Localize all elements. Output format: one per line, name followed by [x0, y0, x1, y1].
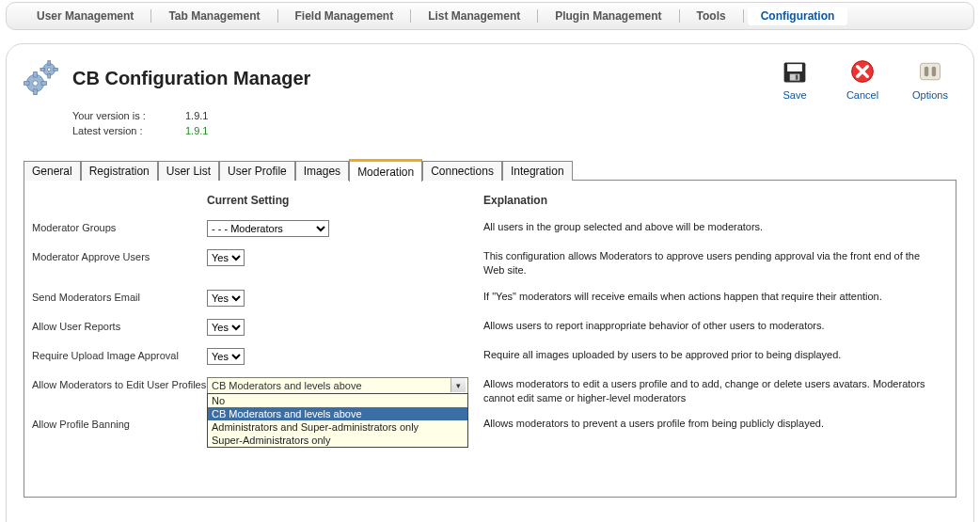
nav-separator [410, 9, 411, 23]
expl-send-email: If "Yes" moderators will receive emails … [483, 290, 939, 304]
select-moderator-approve[interactable]: Yes [207, 249, 245, 266]
label-allow-ban: Allow Profile Banning [32, 417, 207, 430]
control-require-upload: Yes [207, 348, 483, 365]
select-send-email[interactable]: Yes [207, 290, 245, 307]
nav-link[interactable]: List Management [415, 7, 533, 25]
svg-rect-2 [34, 72, 38, 78]
nav-plugin-management[interactable]: Plugin Management [542, 7, 674, 25]
tab-user-list[interactable]: User List [158, 161, 219, 181]
tab-strip: General Registration User List User Prof… [24, 158, 960, 181]
nav-link[interactable]: Tab Management [155, 7, 273, 25]
version-your-value: 1.9.1 [185, 110, 242, 121]
version-latest: Latest version : 1.9.1 [72, 125, 960, 136]
svg-rect-11 [54, 68, 58, 71]
select-allow-edit-display[interactable]: CB Moderators and levels above ▾ [207, 377, 468, 394]
version-block: Your version is : 1.9.1 Latest version :… [72, 110, 960, 136]
tab-user-profile[interactable]: User Profile [219, 161, 295, 181]
select-allow-edit-list: No CB Moderators and levels above Admini… [207, 393, 468, 448]
option-no[interactable]: No [208, 394, 467, 407]
nav-link[interactable]: User Management [24, 7, 147, 25]
col-setting: Current Setting [207, 194, 483, 207]
tab-registration[interactable]: Registration [81, 161, 158, 181]
cancel-label: Cancel [846, 89, 878, 101]
option-admins[interactable]: Administrators and Super-administrators … [208, 420, 467, 434]
label-require-upload: Require Upload Image Approval [32, 348, 207, 361]
svg-rect-8 [48, 61, 51, 66]
topnav-list: User Management Tab Management Field Man… [14, 7, 966, 25]
version-latest-value: 1.9.1 [185, 125, 242, 136]
tab-integration[interactable]: Integration [502, 161, 573, 181]
svg-rect-3 [34, 89, 38, 95]
select-require-upload[interactable]: Yes [207, 348, 245, 365]
svg-rect-19 [925, 67, 928, 77]
col-spacer [32, 194, 207, 207]
save-label: Save [782, 89, 806, 101]
options-label: Options [912, 89, 948, 101]
svg-rect-18 [921, 63, 940, 80]
select-moderator-groups[interactable]: - - - Moderators [207, 220, 329, 237]
label-send-email: Send Moderators Email [32, 290, 207, 303]
expl-moderator-approve: This configuration allows Moderators to … [483, 249, 939, 277]
floppy-icon [781, 57, 809, 86]
save-button[interactable]: Save [772, 57, 817, 101]
nav-link[interactable]: Plugin Management [542, 7, 674, 25]
tab-images[interactable]: Images [295, 161, 349, 181]
expl-moderator-groups: All users in the group selected and abov… [483, 220, 939, 234]
row-send-email: Send Moderators Email Yes If "Yes" moder… [32, 290, 939, 307]
nav-link[interactable]: Configuration [748, 7, 848, 25]
nav-list-management[interactable]: List Management [415, 7, 533, 25]
chevron-down-icon[interactable]: ▾ [450, 378, 466, 392]
nav-separator [277, 9, 278, 23]
cancel-icon [848, 57, 877, 86]
select-allow-edit[interactable]: CB Moderators and levels above ▾ No CB M… [207, 377, 468, 394]
control-moderator-groups: - - - Moderators [207, 220, 483, 237]
svg-rect-13 [787, 64, 802, 71]
select-allow-edit-value: CB Moderators and levels above [212, 380, 362, 391]
nav-tools[interactable]: Tools [684, 7, 739, 25]
nav-link[interactable]: Tools [684, 7, 739, 25]
cancel-button[interactable]: Cancel [840, 57, 885, 101]
row-moderator-groups: Moderator Groups - - - Moderators All us… [32, 220, 939, 237]
option-super-admins[interactable]: Super-Administrators only [208, 434, 467, 447]
top-navigation: User Management Tab Management Field Man… [6, 2, 974, 30]
options-button[interactable]: Options [908, 57, 953, 101]
nav-separator [150, 9, 151, 23]
svg-rect-9 [48, 73, 51, 78]
svg-rect-5 [41, 82, 47, 86]
nav-link[interactable]: Field Management [282, 7, 407, 25]
expl-allow-reports: Allows users to report inappropriate beh… [483, 319, 939, 333]
gears-icon [20, 57, 61, 99]
svg-rect-10 [40, 68, 45, 71]
label-allow-edit: Allow Moderators to Edit User Profiles [32, 377, 207, 390]
tab-body: Current Setting Explanation Moderator Gr… [24, 180, 956, 498]
expl-allow-ban: Allows moderators to prevent a users pro… [483, 417, 939, 431]
option-cb-moderators[interactable]: CB Moderators and levels above [208, 407, 467, 420]
header-row: CB Configuration Manager Save [20, 57, 960, 101]
main-panel: CB Configuration Manager Save [6, 43, 974, 522]
tab-connections[interactable]: Connections [422, 161, 502, 181]
expl-allow-edit: Allows moderators to edit a users profil… [483, 377, 939, 405]
nav-separator [743, 9, 744, 23]
select-allow-reports[interactable]: Yes [207, 319, 245, 336]
svg-point-1 [33, 81, 39, 87]
nav-tab-management[interactable]: Tab Management [155, 7, 273, 25]
nav-field-management[interactable]: Field Management [282, 7, 407, 25]
row-allow-edit: Allow Moderators to Edit User Profiles C… [32, 377, 939, 405]
options-icon [916, 57, 944, 86]
label-allow-reports: Allow User Reports [32, 319, 207, 332]
tab-general[interactable]: General [24, 161, 81, 181]
label-moderator-approve: Moderator Approve Users [32, 249, 207, 262]
page-title: CB Configuration Manager [72, 68, 310, 89]
version-latest-label: Latest version : [72, 125, 185, 136]
control-allow-reports: Yes [207, 319, 483, 336]
control-send-email: Yes [207, 290, 483, 307]
svg-point-7 [47, 68, 51, 71]
svg-rect-20 [932, 67, 936, 77]
nav-user-management[interactable]: User Management [24, 7, 147, 25]
row-require-upload: Require Upload Image Approval Yes Requir… [32, 348, 939, 365]
nav-configuration[interactable]: Configuration [748, 7, 848, 25]
columns-header: Current Setting Explanation [32, 194, 939, 207]
tab-moderation[interactable]: Moderation [349, 159, 422, 182]
svg-rect-14 [790, 74, 800, 81]
nav-separator [679, 9, 680, 23]
